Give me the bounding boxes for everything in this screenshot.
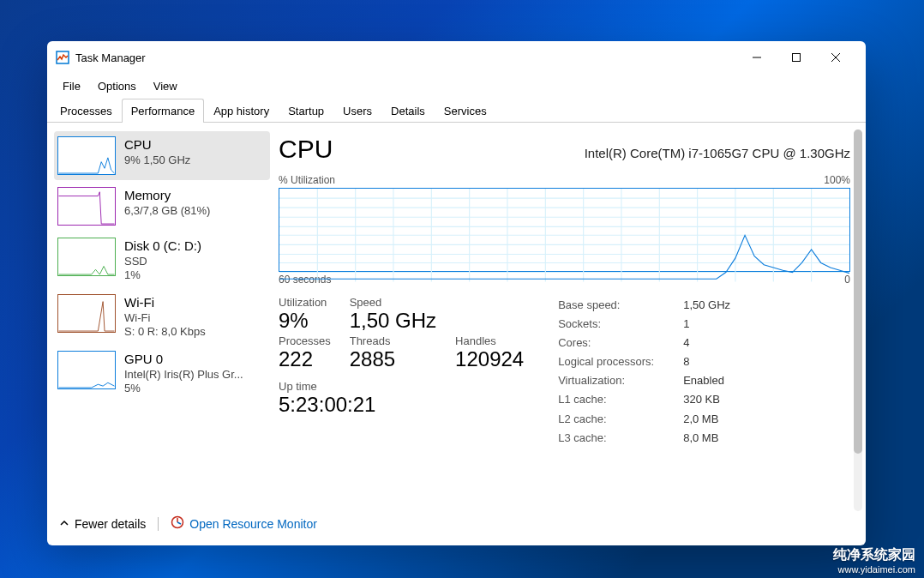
menu-options[interactable]: Options [89,77,145,95]
tab-app-history[interactable]: App history [204,99,279,123]
window-title: Task Manager [75,51,737,64]
divider [158,517,159,531]
sidebar-item-label: Memory [124,187,210,204]
processes-value: 222 [279,347,331,371]
close-button[interactable] [816,45,855,70]
svg-rect-2 [793,54,801,62]
window-controls [737,45,855,70]
sidebar-item-wifi[interactable]: Wi-FiWi-FiS: 0 R: 8,0 Kbps [54,289,270,344]
content-area: CPU9% 1,50 GHz Memory6,3/7,8 GB (81%) Di… [47,123,866,545]
sidebar-item-disk[interactable]: Disk 0 (C: D:)SSD1% [54,232,270,287]
sidebar-item-label: GPU 0 [124,351,243,368]
cpu-spec: Intel(R) Core(TM) i7-1065G7 CPU @ 1.30GH… [585,146,850,160]
tab-processes[interactable]: Processes [51,99,122,123]
svg-line-30 [177,522,181,524]
uptime-value: 5:23:00:21 [279,393,524,417]
metrics: Utilization9% Speed1,50 GHz Processes222… [279,296,850,448]
tab-performance[interactable]: Performance [122,99,204,123]
maximize-button[interactable] [777,45,816,70]
memory-thumb-icon [57,187,116,226]
sidebar-item-memory[interactable]: Memory6,3/7,8 GB (81%) [54,182,270,231]
tab-users[interactable]: Users [333,99,381,123]
sidebar-item-label: Wi-Fi [124,294,206,311]
scrollbar[interactable] [854,129,862,511]
bottom-bar: Fewer details Open Resource Monitor [47,507,866,540]
speed-value: 1,50 GHz [350,309,436,333]
watermark: 纯净系统家园 www.yidaimei.com [833,546,915,575]
menu-file[interactable]: File [54,77,89,95]
cpu-thumb-icon [57,136,116,175]
tab-startup[interactable]: Startup [279,99,333,123]
sidebar-item-gpu[interactable]: GPU 0Intel(R) Iris(R) Plus Gr...5% [54,346,270,400]
cpu-chart: % Utilization100% 60 seconds0 [279,174,850,286]
tab-services[interactable]: Services [435,99,496,123]
app-icon [56,51,69,64]
sidebar: CPU9% 1,50 GHz Memory6,3/7,8 GB (81%) Di… [47,123,270,545]
sidebar-item-label: Disk 0 (C: D:) [124,238,201,255]
chevron-up-icon [59,517,69,531]
menu-view[interactable]: View [145,77,186,95]
fewer-details-button[interactable]: Fewer details [59,517,146,531]
titlebar: Task Manager [47,41,866,74]
menubar: File Options View [47,74,866,98]
gpu-thumb-icon [57,351,116,389]
handles-value: 120924 [455,347,524,371]
resource-monitor-icon [171,515,184,532]
tabs: Processes Performance App history Startu… [47,98,866,123]
minimize-button[interactable] [737,45,777,70]
page-title: CPU [279,135,333,164]
app-window: Task Manager File Options View Processes… [47,41,866,545]
threads-value: 2885 [350,347,436,371]
utilization-value: 9% [279,309,331,333]
sidebar-item-label: CPU [124,136,190,154]
sidebar-item-cpu[interactable]: CPU9% 1,50 GHz [54,131,270,180]
disk-thumb-icon [57,238,116,276]
open-resource-monitor-link[interactable]: Open Resource Monitor [171,515,317,532]
tab-details[interactable]: Details [381,99,435,123]
main-panel: CPU Intel(R) Core(TM) i7-1065G7 CPU @ 1.… [270,123,866,545]
wifi-thumb-icon [57,294,116,333]
